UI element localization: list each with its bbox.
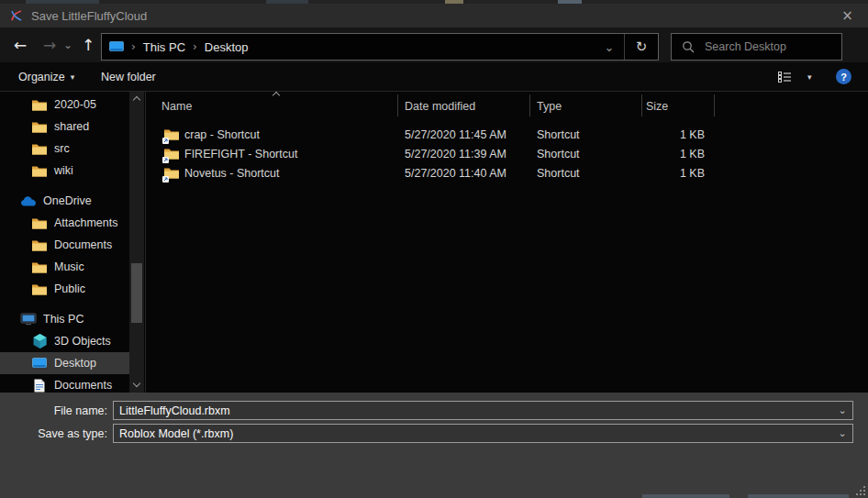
scroll-up-button[interactable] <box>129 94 144 106</box>
command-toolbar: Organize ▾ New folder ▾ ? <box>0 62 868 92</box>
folder-shortcut-icon <box>164 148 179 161</box>
breadcrumb-separator: › <box>131 40 136 53</box>
search-icon <box>682 40 695 53</box>
sidebar-item-label: src <box>54 142 70 155</box>
folder-icon <box>31 217 48 229</box>
column-resizer[interactable] <box>714 94 715 116</box>
back-button[interactable]: ← <box>7 31 33 59</box>
folder-icon <box>31 261 48 273</box>
refresh-button[interactable]: ↻ <box>625 34 658 60</box>
save-as-type-select[interactable]: Roblox Model (*.rbxm) ⌄ <box>113 424 853 443</box>
recent-locations-button[interactable]: ⌄ <box>61 31 75 59</box>
up-button[interactable]: ↑ <box>75 31 101 59</box>
sidebar-item-wiki[interactable]: wiki <box>0 160 129 182</box>
sidebar-item-desktop[interactable]: Desktop <box>0 352 129 374</box>
file-name: Novetus - Shortcut <box>184 164 280 183</box>
shortcut-arrow-icon <box>162 176 169 183</box>
sidebar-item-shared[interactable]: shared <box>0 116 129 138</box>
organize-menu-button[interactable]: Organize ▾ <box>18 62 74 91</box>
change-view-button[interactable] <box>778 62 792 91</box>
breadcrumb-separator: › <box>193 40 197 53</box>
folder-icon <box>31 165 48 177</box>
folder-icon <box>31 143 48 155</box>
sidebar-item-label: Attachments <box>54 216 117 229</box>
sidebar-item-2020-05[interactable]: 2020-05 <box>0 94 129 116</box>
content-area: 2020-05 shared src wiki OneDrive Attachm… <box>0 92 868 393</box>
background-window-sliver <box>748 494 849 498</box>
forward-button[interactable]: → <box>37 31 62 59</box>
folder-shortcut-icon <box>164 128 179 142</box>
file-name-combobox[interactable]: ⌄ <box>113 401 853 420</box>
address-dropdown-button[interactable]: ⌄ <box>595 34 624 60</box>
shortcut-arrow-icon <box>162 138 169 144</box>
bottom-panel: File name: ⌄ Save as type: Roblox Model … <box>0 393 868 498</box>
file-row-crap-shortcut[interactable]: crap - Shortcut 5/27/2020 11:45 AM Short… <box>146 126 868 145</box>
file-size: 1 KB <box>605 145 705 164</box>
column-resizer[interactable] <box>397 94 398 116</box>
file-size: 1 KB <box>605 164 705 183</box>
file-name-input[interactable] <box>114 404 832 417</box>
sidebar-item-documents-onedrive[interactable]: Documents <box>0 234 129 256</box>
scrollbar-thumb[interactable] <box>131 263 142 323</box>
folder-icon <box>31 99 48 111</box>
search-box[interactable] <box>671 33 842 61</box>
desktop-icon <box>31 358 48 369</box>
sidebar-item-label: Documents <box>54 379 112 392</box>
file-type: Shortcut <box>537 145 580 164</box>
sidebar-item-onedrive[interactable]: OneDrive <box>0 190 129 212</box>
background-window-sliver <box>642 494 729 498</box>
resize-grip[interactable] <box>863 493 865 495</box>
file-row-novetus-shortcut[interactable]: Novetus - Shortcut 5/27/2020 11:40 AM Sh… <box>146 164 868 183</box>
file-list: Name Date modified Type Size crap - Shor… <box>145 92 868 393</box>
sidebar-item-public[interactable]: Public <box>0 278 129 300</box>
help-button[interactable]: ? <box>836 62 851 91</box>
column-resizer[interactable] <box>641 94 642 116</box>
sidebar-item-label: Desktop <box>54 357 96 370</box>
organize-label: Organize <box>18 71 65 83</box>
new-folder-label: New folder <box>101 71 156 83</box>
file-name: FIREFIGHT - Shortcut <box>184 145 297 164</box>
chevron-down-icon[interactable]: ⌄ <box>832 427 852 439</box>
save-as-type-value: Roblox Model (*.rbxm) <box>114 427 832 440</box>
scroll-down-button[interactable] <box>129 378 144 391</box>
breadcrumb-desktop[interactable]: Desktop <box>205 40 249 54</box>
desktop-icon <box>109 41 124 52</box>
chevron-down-icon[interactable]: ⌄ <box>832 404 852 416</box>
sidebar-item-label: Documents <box>54 238 112 251</box>
breadcrumb-this-pc[interactable]: This PC <box>143 40 185 54</box>
sidebar-item-3d-objects[interactable]: 3D Objects <box>0 330 129 352</box>
column-header-name[interactable]: Name <box>161 100 192 113</box>
navigation-bar: ← → ⌄ ↑ › This PC › Desktop ⌄ ↻ <box>0 28 868 62</box>
sidebar-scrollbar[interactable] <box>129 92 144 393</box>
sidebar-item-this-pc[interactable]: This PC <box>0 308 129 330</box>
chevron-down-icon: ▾ <box>71 72 75 82</box>
column-header-date[interactable]: Date modified <box>405 100 475 113</box>
file-date: 5/27/2020 11:45 AM <box>405 126 506 145</box>
computer-icon <box>20 313 37 326</box>
sidebar-item-attachments[interactable]: Attachments <box>0 212 129 234</box>
view-options-dropdown[interactable]: ▾ <box>802 62 812 91</box>
sidebar-item-label: wiki <box>54 164 73 177</box>
sidebar-item-src[interactable]: src <box>0 138 129 160</box>
new-folder-button[interactable]: New folder <box>101 62 156 91</box>
column-resizer[interactable] <box>529 94 530 116</box>
details-view-icon <box>778 72 792 83</box>
column-header-type[interactable]: Type <box>537 100 562 113</box>
chevron-down-icon <box>133 379 140 386</box>
chevron-up-icon <box>133 96 140 104</box>
close-button[interactable]: × <box>827 4 868 28</box>
novetus-app-icon <box>9 8 24 23</box>
cube-icon <box>31 334 48 349</box>
file-row-firefight-shortcut[interactable]: FIREFIGHT - Shortcut 5/27/2020 11:39 AM … <box>146 145 868 164</box>
file-type: Shortcut <box>537 126 580 145</box>
sidebar-item-documents-thispc[interactable]: Documents <box>0 374 129 393</box>
sort-ascending-icon <box>273 92 280 99</box>
file-type: Shortcut <box>537 164 580 183</box>
sidebar-item-music[interactable]: Music <box>0 256 129 278</box>
column-header-size[interactable]: Size <box>646 100 668 113</box>
onedrive-cloud-icon <box>20 195 37 206</box>
document-icon <box>31 379 48 393</box>
address-bar[interactable]: › This PC › Desktop ⌄ ↻ <box>101 33 659 61</box>
shortcut-arrow-icon <box>162 157 169 163</box>
search-input[interactable] <box>703 39 822 54</box>
